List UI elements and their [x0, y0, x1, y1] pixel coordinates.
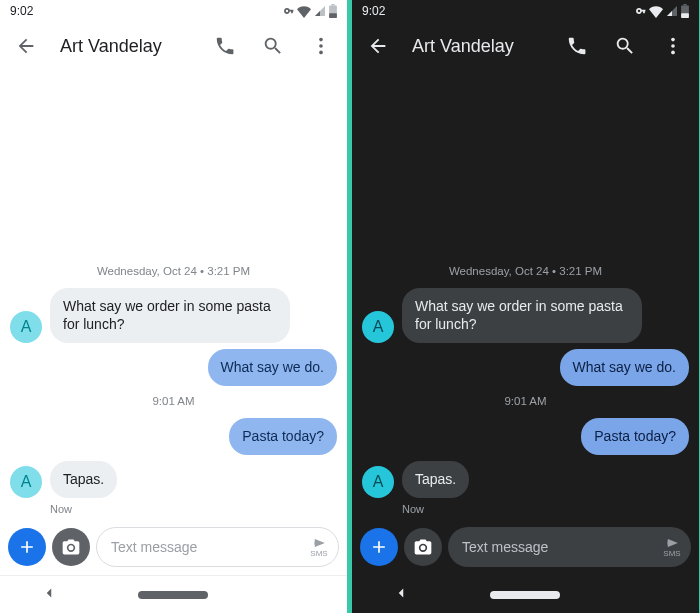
- message-row-in: A What say we order in some pasta for lu…: [10, 288, 337, 344]
- conversation: Wednesday, Oct 24 • 3:21 PM A What say w…: [352, 70, 699, 519]
- message-row-in: A Tapas.: [10, 461, 337, 498]
- message-input[interactable]: [462, 539, 661, 555]
- composer: SMS: [352, 519, 699, 575]
- message-bubble[interactable]: What say we order in some pasta for lunc…: [402, 288, 642, 344]
- message-bubble[interactable]: What say we order in some pasta for lunc…: [50, 288, 290, 344]
- cell-icon: [314, 5, 326, 17]
- avatar[interactable]: A: [362, 311, 394, 343]
- message-row-out: Pasta today?: [362, 418, 689, 455]
- nav-back-icon[interactable]: [40, 584, 58, 606]
- battery-icon: [329, 4, 337, 18]
- svg-point-3: [319, 38, 323, 42]
- contact-title: Art Vandelay: [412, 36, 549, 57]
- message-bubble[interactable]: What say we do.: [208, 349, 338, 386]
- vpn-key-icon: [632, 4, 646, 18]
- svg-point-10: [671, 44, 675, 48]
- call-button[interactable]: [557, 26, 597, 66]
- message-bubble[interactable]: Pasta today?: [229, 418, 337, 455]
- search-button[interactable]: [253, 26, 293, 66]
- phone-light: 9:02 Art Vandelay Wednesday, Oct 24 • 3:…: [0, 0, 347, 613]
- android-navbar: [0, 575, 347, 613]
- message-row-out: Pasta today?: [10, 418, 337, 455]
- nav-home-pill[interactable]: [490, 591, 560, 599]
- avatar[interactable]: A: [362, 466, 394, 498]
- attach-button[interactable]: [360, 528, 398, 566]
- nav-home-pill[interactable]: [138, 591, 208, 599]
- message-meta: Now: [402, 503, 689, 515]
- timestamp: Wednesday, Oct 24 • 3:21 PM: [362, 265, 689, 277]
- message-bubble[interactable]: What say we do.: [560, 349, 690, 386]
- android-navbar: [352, 575, 699, 613]
- svg-rect-7: [683, 4, 686, 6]
- app-toolbar: Art Vandelay: [352, 22, 699, 70]
- conversation: Wednesday, Oct 24 • 3:21 PM A What say w…: [0, 70, 347, 519]
- send-button[interactable]: SMS: [308, 536, 330, 558]
- message-input-container[interactable]: SMS: [96, 527, 339, 567]
- message-meta: Now: [50, 503, 337, 515]
- nav-back-icon[interactable]: [392, 584, 410, 606]
- timestamp: 9:01 AM: [10, 395, 337, 407]
- message-input[interactable]: [111, 539, 308, 555]
- camera-button[interactable]: [52, 528, 90, 566]
- send-label: SMS: [663, 550, 680, 558]
- message-input-container[interactable]: SMS: [448, 527, 691, 567]
- avatar[interactable]: A: [10, 311, 42, 343]
- overflow-button[interactable]: [653, 26, 693, 66]
- timestamp: Wednesday, Oct 24 • 3:21 PM: [10, 265, 337, 277]
- search-button[interactable]: [605, 26, 645, 66]
- svg-point-9: [671, 38, 675, 42]
- svg-point-4: [319, 44, 323, 48]
- status-time: 9:02: [362, 4, 385, 18]
- camera-button[interactable]: [404, 528, 442, 566]
- back-button[interactable]: [6, 26, 46, 66]
- cell-icon: [666, 5, 678, 17]
- avatar[interactable]: A: [10, 466, 42, 498]
- svg-rect-1: [331, 4, 334, 6]
- message-row-in: A Tapas.: [362, 461, 689, 498]
- status-bar: 9:02: [0, 0, 347, 22]
- message-row-in: A What say we order in some pasta for lu…: [362, 288, 689, 344]
- attach-button[interactable]: [8, 528, 46, 566]
- back-button[interactable]: [358, 26, 398, 66]
- wifi-icon: [297, 4, 311, 18]
- send-button[interactable]: SMS: [661, 536, 683, 558]
- message-bubble[interactable]: Tapas.: [402, 461, 469, 498]
- phone-dark: 9:02 Art Vandelay Wednesday, Oct 24 • 3:…: [352, 0, 699, 613]
- composer: SMS: [0, 519, 347, 575]
- call-button[interactable]: [205, 26, 245, 66]
- svg-rect-8: [681, 13, 689, 18]
- status-time: 9:02: [10, 4, 33, 18]
- message-bubble[interactable]: Tapas.: [50, 461, 117, 498]
- vpn-key-icon: [280, 4, 294, 18]
- message-bubble[interactable]: Pasta today?: [581, 418, 689, 455]
- svg-point-5: [319, 51, 323, 55]
- wifi-icon: [649, 4, 663, 18]
- status-bar: 9:02: [352, 0, 699, 22]
- svg-rect-2: [329, 13, 337, 18]
- timestamp: 9:01 AM: [362, 395, 689, 407]
- message-row-out: What say we do.: [362, 349, 689, 386]
- svg-point-11: [671, 51, 675, 55]
- send-label: SMS: [310, 550, 327, 558]
- message-row-out: What say we do.: [10, 349, 337, 386]
- overflow-button[interactable]: [301, 26, 341, 66]
- battery-icon: [681, 4, 689, 18]
- contact-title: Art Vandelay: [60, 36, 197, 57]
- app-toolbar: Art Vandelay: [0, 22, 347, 70]
